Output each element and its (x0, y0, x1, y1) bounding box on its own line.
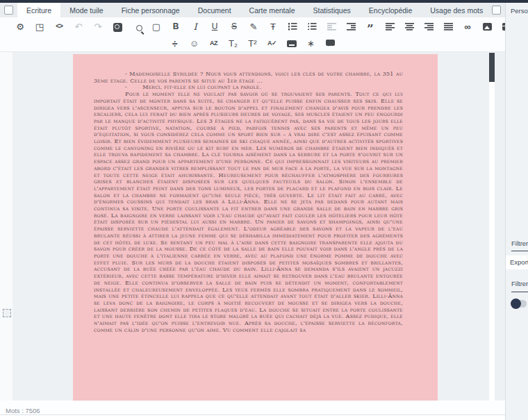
paragraph: - Mademoiselle Syrildée ? Nous vous atte… (94, 71, 403, 84)
paragraph: Pour le moment elle ne voulait pas savoi… (94, 91, 403, 333)
divider (511, 251, 528, 251)
align-justify-icon[interactable] (440, 19, 456, 33)
ordered-list-icon[interactable] (285, 19, 300, 33)
source-code-icon[interactable]: <> (51, 19, 67, 33)
search-icon[interactable] (129, 19, 145, 33)
spellcheck-icon[interactable]: A✓ (265, 37, 280, 51)
tab-mode-tuile[interactable]: Mode tuile (60, 3, 112, 17)
subscript-icon[interactable]: T₂ (226, 37, 241, 51)
sort-az-icon[interactable]: AZ (206, 37, 222, 51)
toggle-knob-icon (511, 299, 521, 309)
left-panel-toggle-checkbox[interactable] (4, 6, 13, 15)
align-justify-glyph (444, 23, 453, 31)
keyboard-icon[interactable] (284, 37, 299, 51)
redo-icon: ↷ (90, 19, 106, 33)
comment-icon[interactable] (323, 37, 338, 51)
horizontal-rule-icon[interactable]: ÷ (167, 37, 183, 51)
scrollbar-thumb[interactable] (489, 53, 495, 82)
left-gutter (0, 52, 13, 420)
align-center-icon[interactable] (402, 19, 417, 33)
editor-area: - Mademoiselle Syrildée ? Nous vous atte… (0, 52, 505, 420)
tab-encyclopedie[interactable]: Encyclopédie (360, 3, 421, 17)
select-all-icon[interactable]: ▢ (149, 19, 164, 33)
emoji-icon[interactable]: ☺ (187, 37, 202, 51)
indent-glyph (347, 23, 356, 31)
tab-statistiques[interactable]: Statistiques (304, 3, 360, 17)
filter-toggle[interactable] (511, 300, 527, 308)
ordered-list-glyph (288, 23, 297, 31)
filter-label-2: Filtrer (511, 280, 528, 287)
export-button[interactable]: Export (506, 255, 528, 269)
right-side-panel: Personn Filtrer Export Filtrer (505, 3, 528, 420)
right-panel-title: Personn (511, 7, 528, 15)
superscript-icon[interactable]: T² (245, 37, 261, 51)
tab-carte-mentale[interactable]: Carte mentale (240, 3, 304, 17)
search-glyph (133, 23, 142, 31)
menu-tab-bar: EcritureMode tuileFiche personnageDocume… (0, 3, 505, 17)
paragraph: - Merci, fit-elle en lui coupant la paro… (94, 84, 403, 91)
tab-ecriture[interactable]: Ecriture (17, 3, 60, 17)
vertical-scrollbar[interactable] (489, 52, 495, 401)
status-bar: Mots : 7506 (0, 401, 505, 420)
comment-glyph (326, 40, 335, 46)
clear-format-icon[interactable]: Ŧ (265, 19, 281, 33)
app-window: EcritureMode tuileFiche personnageDocume… (0, 0, 528, 420)
align-left-icon[interactable] (382, 19, 397, 33)
link-icon[interactable]: ∞ (460, 19, 475, 33)
indent-icon[interactable] (343, 19, 358, 33)
outdent-icon (324, 19, 339, 33)
image-icon[interactable] (479, 19, 495, 33)
tab-usage-des-mots[interactable]: Usage des mots (421, 3, 492, 17)
filter-label: Filtrer (511, 240, 528, 247)
formatting-toolbar: ⚙◳<>↶↷▢BIUS✎Ŧ”∞ ÷☺AZT₂T²A✓∗ (0, 17, 505, 52)
keyboard-glyph (287, 40, 297, 47)
underline-icon[interactable]: U (207, 19, 222, 33)
tab-document[interactable]: Document (189, 3, 240, 17)
word-count: Mots : 7506 (6, 407, 40, 414)
find-in-document-icon[interactable] (110, 19, 125, 33)
bold-icon[interactable]: B (168, 19, 183, 33)
find-in-document-glyph (113, 23, 122, 31)
align-right-icon[interactable] (421, 19, 436, 33)
image-glyph (483, 23, 492, 31)
tab-fiche-personnage[interactable]: Fiche personnage (113, 3, 189, 17)
outdent-glyph (327, 23, 336, 31)
special-characters-icon[interactable]: ∗ (304, 37, 319, 51)
tab-list: EcritureMode tuileFiche personnageDocume… (17, 3, 492, 17)
align-center-glyph (405, 23, 414, 31)
collapsed-panel-handle-icon[interactable] (3, 309, 11, 317)
align-left-glyph (386, 23, 395, 31)
undo-icon: ↶ (71, 19, 86, 33)
align-right-glyph (424, 23, 434, 31)
blockquote-icon[interactable]: ” (363, 17, 378, 36)
bullet-list-icon[interactable] (304, 19, 320, 33)
settings-icon[interactable]: ⚙ (13, 19, 28, 33)
format-color-icon[interactable]: ✎ (246, 19, 261, 33)
toolbar-row-2: ÷☺AZT₂T²A✓∗ (0, 35, 505, 51)
toolbar-row-1: ⚙◳<>↶↷▢BIUS✎Ŧ”∞ (0, 17, 505, 35)
right-panel-toggle-checkbox[interactable] (492, 6, 501, 15)
italic-icon[interactable]: I (188, 19, 203, 33)
bullet-list-glyph (308, 23, 317, 31)
editor-page[interactable]: - Mademoiselle Syrildée ? Nous vous atte… (73, 54, 438, 401)
strikethrough-icon[interactable]: S (226, 19, 242, 33)
divider (511, 292, 528, 292)
fullscreen-icon[interactable]: ◳ (32, 19, 47, 33)
